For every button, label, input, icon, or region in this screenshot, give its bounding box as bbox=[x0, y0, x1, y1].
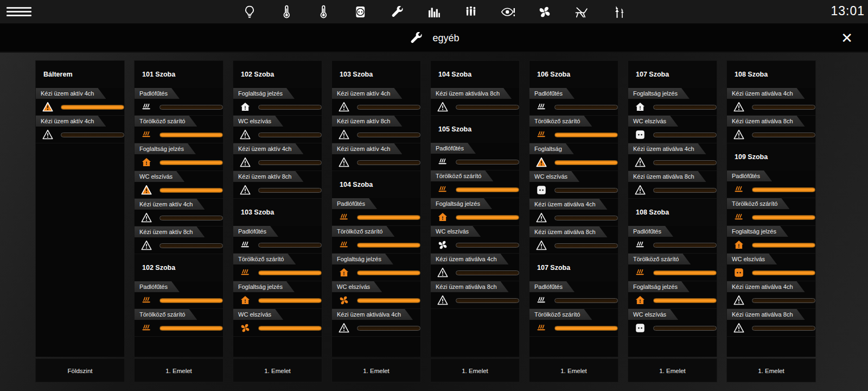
control-slider[interactable] bbox=[258, 270, 322, 275]
control-slider[interactable] bbox=[258, 105, 322, 110]
control: Kézi üzem aktiválva 8ch bbox=[431, 88, 519, 116]
control-slider[interactable] bbox=[653, 188, 717, 193]
control: Kézi üzem ativálva 4ch bbox=[727, 281, 815, 309]
control-slider[interactable] bbox=[61, 133, 124, 137]
warning-icon bbox=[338, 156, 350, 168]
control-row bbox=[332, 127, 420, 143]
control-slider[interactable] bbox=[653, 298, 717, 303]
control-slider[interactable] bbox=[357, 160, 420, 165]
control-slider[interactable] bbox=[653, 326, 717, 331]
fan-icon[interactable] bbox=[537, 4, 553, 20]
control-slider[interactable] bbox=[258, 326, 322, 331]
control-label: Törölköző szárító bbox=[135, 309, 197, 320]
control-slider[interactable] bbox=[752, 133, 815, 137]
floor-label: 1. Emelet bbox=[233, 358, 322, 382]
control-slider[interactable] bbox=[61, 105, 124, 110]
control-slider[interactable] bbox=[752, 326, 815, 331]
close-icon[interactable]: ✕ bbox=[841, 30, 853, 46]
control-slider[interactable] bbox=[159, 160, 223, 165]
control-slider[interactable] bbox=[258, 243, 322, 248]
control-slider[interactable] bbox=[258, 188, 322, 193]
control-slider[interactable] bbox=[752, 105, 815, 110]
control-slider[interactable] bbox=[357, 298, 420, 303]
control-slider[interactable] bbox=[456, 187, 519, 192]
control-slider[interactable] bbox=[554, 326, 618, 331]
control-slider[interactable] bbox=[653, 270, 717, 275]
floor-label: 1. Emelet bbox=[529, 358, 618, 382]
control-slider[interactable] bbox=[653, 160, 717, 165]
control-row bbox=[727, 127, 815, 143]
control-row bbox=[135, 292, 223, 308]
control-slider[interactable] bbox=[456, 243, 519, 248]
control-slider[interactable] bbox=[752, 270, 815, 275]
eye-alert-icon[interactable] bbox=[500, 4, 516, 20]
people-icon[interactable] bbox=[463, 4, 479, 20]
control-label: WC elszívás bbox=[727, 254, 777, 264]
control-slider[interactable] bbox=[653, 243, 717, 248]
control-slider[interactable] bbox=[456, 160, 519, 165]
control-slider[interactable] bbox=[554, 105, 618, 110]
wrench-icon[interactable] bbox=[389, 4, 405, 20]
control-slider[interactable] bbox=[554, 243, 618, 248]
control-slider[interactable] bbox=[752, 243, 815, 248]
control-label: Foglaltság jelzés bbox=[332, 254, 393, 264]
room-title: 101 Szoba bbox=[135, 61, 223, 88]
room-title: 108 Szoba bbox=[727, 61, 815, 88]
fan-icon bbox=[437, 239, 449, 251]
menu-icon[interactable] bbox=[7, 5, 31, 18]
control-slider[interactable] bbox=[456, 270, 519, 275]
control-slider[interactable] bbox=[554, 216, 618, 220]
control-row bbox=[431, 264, 519, 281]
control-slider[interactable] bbox=[258, 133, 322, 137]
control-slider[interactable] bbox=[159, 105, 223, 110]
heat-icon bbox=[338, 211, 350, 223]
room-card: BálteremKézi üzem aktív 4chKézi üzem akt… bbox=[35, 60, 125, 357]
control-slider[interactable] bbox=[159, 243, 223, 248]
control-slider[interactable] bbox=[357, 270, 420, 275]
control: Padlófűtés bbox=[431, 143, 519, 171]
control-slider[interactable] bbox=[554, 133, 618, 137]
control-slider[interactable] bbox=[258, 298, 322, 303]
control: Kézi üzem ativálva 8ch bbox=[727, 309, 815, 337]
control-slider[interactable] bbox=[554, 160, 618, 165]
control-slider[interactable] bbox=[357, 105, 420, 110]
control-slider[interactable] bbox=[159, 216, 223, 220]
control-slider[interactable] bbox=[456, 215, 519, 220]
chart-icon[interactable] bbox=[426, 4, 442, 20]
control-slider[interactable] bbox=[357, 215, 420, 220]
lounger-icon[interactable] bbox=[573, 4, 590, 20]
control-slider[interactable] bbox=[357, 243, 420, 248]
control-label: Kézi üzem ativálva 8ch bbox=[727, 116, 805, 127]
control-label: Kézi üzem ativálva 4ch bbox=[529, 199, 608, 210]
control: Foglaltság jelzés bbox=[135, 143, 223, 171]
control: Foglaltság jelzés bbox=[233, 281, 322, 309]
socket-icon[interactable] bbox=[352, 4, 368, 20]
control-slider[interactable] bbox=[456, 105, 519, 110]
control-slider[interactable] bbox=[456, 298, 519, 303]
fan-icon bbox=[338, 294, 350, 306]
control-row bbox=[135, 210, 223, 226]
control-slider[interactable] bbox=[357, 133, 420, 137]
control-slider[interactable] bbox=[159, 326, 223, 331]
control-slider[interactable] bbox=[159, 298, 223, 303]
control: WC elszívás bbox=[628, 309, 717, 337]
thermometer-icon[interactable] bbox=[278, 4, 295, 20]
control: Törölköző szárító bbox=[135, 116, 223, 143]
control-slider[interactable] bbox=[752, 298, 815, 303]
control-slider[interactable] bbox=[159, 188, 223, 193]
control: Padlófűtés bbox=[332, 198, 420, 226]
bulb-icon[interactable] bbox=[241, 4, 258, 20]
control: Kézi üzem ativálva 8ch bbox=[529, 226, 618, 254]
heat-icon bbox=[141, 322, 152, 334]
control-slider[interactable] bbox=[752, 187, 815, 192]
control-slider[interactable] bbox=[258, 160, 322, 165]
trees-icon[interactable] bbox=[610, 4, 627, 20]
control-slider[interactable] bbox=[653, 105, 717, 110]
control-slider[interactable] bbox=[357, 326, 420, 331]
control-slider[interactable] bbox=[554, 298, 618, 303]
thermometer-icon[interactable] bbox=[315, 4, 331, 20]
control-slider[interactable] bbox=[159, 133, 223, 137]
control-slider[interactable] bbox=[554, 188, 618, 193]
control-slider[interactable] bbox=[653, 133, 717, 137]
control-slider[interactable] bbox=[752, 215, 815, 220]
